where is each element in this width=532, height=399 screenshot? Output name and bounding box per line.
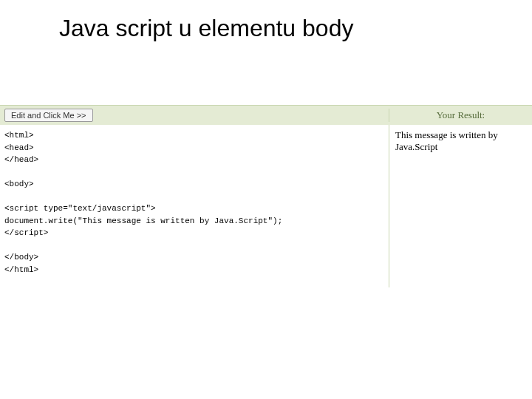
result-text: This message is written by Java.Script	[395, 129, 526, 153]
edit-and-click-button[interactable]: Edit and Click Me >>	[4, 109, 93, 122]
slide-title: Java script u elementu body	[0, 0, 532, 42]
code-textarea[interactable]	[4, 129, 384, 283]
editor-content-row: This message is written by Java.Script	[0, 125, 532, 287]
result-label: Your Result:	[389, 109, 532, 121]
editor-header-row: Edit and Click Me >> Your Result:	[0, 106, 532, 125]
code-pane	[0, 125, 389, 287]
left-header: Edit and Click Me >>	[0, 109, 389, 122]
editor-area: Edit and Click Me >> Your Result: This m…	[0, 105, 532, 287]
result-pane: This message is written by Java.Script	[389, 125, 532, 287]
